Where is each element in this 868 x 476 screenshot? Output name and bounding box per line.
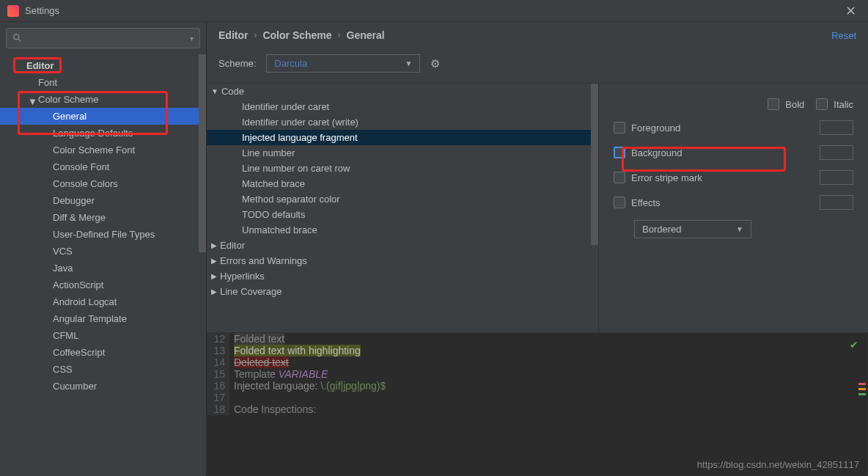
breadcrumb-colorscheme[interactable]: Color Scheme [262,29,331,41]
sidebar-item-color-scheme-font[interactable]: Color Scheme Font [0,142,206,158]
scheme-select[interactable]: Darcula ▼ [266,54,420,73]
errorstripe-checkbox[interactable]: Error stripe mark [614,172,702,183]
preview-line: 15Template VARIABLE [207,368,867,380]
triangle-down-icon: ▼ [211,87,218,95]
settings-tree: Editor Font▼Color SchemeGeneralLanguage … [0,54,206,476]
chevron-down-icon: ▼ [405,59,412,67]
cat-item-unmatched-brace[interactable]: Unmatched brace [207,222,598,238]
sidebar-item-coffeescript[interactable]: CoffeeScript [0,344,206,361]
sidebar-item-java[interactable]: Java [0,260,206,277]
sidebar-item-angular-template[interactable]: Angular Template [0,310,206,327]
scheme-label: Scheme: [218,58,256,69]
preview-line: 13Folded text with highlighting [207,345,867,356]
cat-item-identifier-under-caret[interactable]: Identifier under caret [207,99,598,114]
effects-color[interactable] [820,195,853,210]
sidebar-item-editor[interactable]: Editor [0,57,206,74]
window-title: Settings [25,5,59,16]
scrollbar[interactable] [591,84,598,245]
sidebar-item-user-defined-file-types[interactable]: User-Defined File Types [0,226,206,243]
line-number: 14 [207,356,229,368]
italic-checkbox[interactable]: Italic [816,98,853,110]
titlebar: Settings ✕ [0,0,868,22]
search-input[interactable]: ▾ [6,28,200,48]
close-icon[interactable]: ✕ [841,3,861,19]
svg-line-1 [18,39,21,42]
cat-item-line-number-on-caret-row[interactable]: Line number on caret row [207,161,598,176]
triangle-down-icon: ▼ [28,96,35,103]
foreground-checkbox[interactable]: Foreground [614,122,680,133]
check-icon: ✔ [850,339,858,351]
triangle-right-icon: ▶ [211,288,217,296]
foreground-color[interactable] [820,120,853,135]
sidebar-item-android-logcat[interactable]: Android Logcat [0,293,206,310]
preview-editor[interactable]: ✔ 12Folded text13Folded text with highli… [207,332,868,476]
sidebar-item-css[interactable]: CSS [0,361,206,378]
cat-item-identifier-under-caret-write-[interactable]: Identifier under caret (write) [207,114,598,130]
preview-line: 12Folded text [207,333,867,345]
cat-code[interactable]: ▼ Code [207,84,598,99]
preview-line: 16Injected language: \.(gif|jpg|png)$ [207,380,867,392]
cat-item-matched-brace[interactable]: Matched brace [207,176,598,191]
cat-group-editor[interactable]: ▶Editor [207,238,598,253]
triangle-right-icon: ▶ [211,257,217,265]
sidebar-item-console-colors[interactable]: Console Colors [0,175,206,192]
chevron-down-icon[interactable]: ▾ [190,34,194,43]
chevron-down-icon: ▼ [736,225,743,233]
cat-group-hyperlinks[interactable]: ▶Hyperlinks [207,268,598,284]
sidebar-item-font[interactable]: Font [0,74,206,91]
preview-line: 17 [207,392,867,403]
background-checkbox[interactable]: Background [614,147,682,158]
sidebar-item-color-scheme[interactable]: ▼Color Scheme [0,91,206,108]
cat-item-method-separator-color[interactable]: Method separator color [207,191,598,207]
cat-item-line-number[interactable]: Line number [207,145,598,161]
breadcrumb: Editor › Color Scheme › General Reset [207,22,868,48]
scrollbar[interactable] [199,54,206,252]
line-number: 17 [207,392,229,403]
line-number: 15 [207,368,229,380]
chevron-right-icon: › [254,30,257,40]
line-number: 18 [207,403,229,415]
cat-item-todo-defaults[interactable]: TODO defaults [207,207,598,222]
line-number: 13 [207,345,229,356]
line-number: 16 [207,380,229,392]
watermark: https://blog.csdn.net/weixin_42851117 [697,459,859,470]
triangle-right-icon: ▶ [211,241,217,249]
sidebar-item-cucumber[interactable]: Cucumber [0,378,206,395]
sidebar-item-diff-merge[interactable]: Diff & Merge [0,209,206,226]
cat-item-injected-language-fragment[interactable]: Injected language fragment [207,130,598,145]
effects-checkbox[interactable]: Effects [614,197,661,208]
gear-icon[interactable]: ⚙ [430,57,440,70]
triangle-right-icon: ▶ [211,272,217,280]
scheme-row: Scheme: Darcula ▼ ⚙ [207,48,868,83]
effects-select[interactable]: Bordered ▼ [634,220,751,238]
sidebar-item-vcs[interactable]: VCS [0,243,206,260]
search-icon [12,33,23,43]
properties-pane: Bold Italic Foreground Background Error … [599,84,868,332]
cat-group-errors-and-warnings[interactable]: ▶Errors and Warnings [207,253,598,268]
sidebar-item-language-defaults[interactable]: Language Defaults [0,125,206,142]
bold-checkbox[interactable]: Bold [768,98,804,110]
sidebar: ▾ Editor Font▼Color SchemeGeneralLanguag… [0,22,207,476]
svg-point-0 [14,34,19,40]
content-pane: Editor › Color Scheme › General Reset Sc… [207,22,868,476]
category-tree: ▼ Code Identifier under caretIdentifier … [207,84,599,332]
reset-link[interactable]: Reset [831,30,856,41]
preview-line: 14Deleted text [207,356,867,368]
app-icon [7,5,19,17]
background-color[interactable] [820,145,853,160]
search-field[interactable] [27,33,190,43]
cat-group-line-coverage[interactable]: ▶Line Coverage [207,284,598,299]
line-number: 12 [207,333,229,345]
sidebar-item-actionscript[interactable]: ActionScript [0,277,206,293]
errorstripe-color[interactable] [820,170,853,185]
chevron-right-icon: › [338,30,341,40]
sidebar-item-debugger[interactable]: Debugger [0,192,206,209]
sidebar-item-general[interactable]: General [0,108,206,125]
breadcrumb-editor[interactable]: Editor [218,29,248,41]
gutter-marks [858,383,866,395]
preview-line: 18Code Inspections: [207,403,867,415]
sidebar-item-console-font[interactable]: Console Font [0,158,206,175]
breadcrumb-general[interactable]: General [347,29,385,41]
sidebar-item-cfml[interactable]: CFML [0,327,206,344]
